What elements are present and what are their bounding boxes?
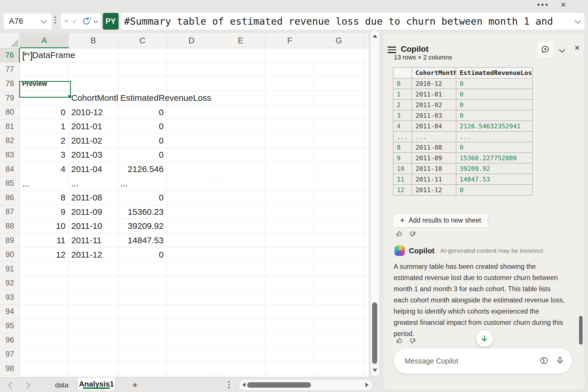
cell-G89[interactable] <box>314 233 363 248</box>
chevron-down-icon[interactable] <box>94 18 98 23</box>
vertical-scrollbar[interactable] <box>370 30 380 376</box>
cell-E76[interactable] <box>216 48 265 63</box>
row-header-95[interactable]: 95 <box>0 319 20 333</box>
column-header-A[interactable]: A <box>20 33 69 48</box>
cell-F86[interactable] <box>265 191 314 205</box>
copilot-message-input[interactable] <box>404 357 539 366</box>
cell-B82[interactable]: 2011-02 <box>69 134 118 148</box>
python-object-icon[interactable]: [] <box>81 16 91 26</box>
column-header-G[interactable]: G <box>314 33 363 48</box>
cell-D80[interactable] <box>167 105 216 119</box>
cell-F96[interactable] <box>265 333 314 347</box>
thumbs-up-icon[interactable] <box>396 230 403 238</box>
brain-icon[interactable] <box>539 356 548 366</box>
thumbs-down-icon[interactable] <box>409 337 416 345</box>
cell-C94[interactable] <box>118 305 167 319</box>
cell-G87[interactable] <box>314 205 363 219</box>
column-header-F[interactable]: F <box>265 33 314 48</box>
cell-G79[interactable] <box>314 91 363 105</box>
cell-G78[interactable] <box>314 77 363 91</box>
cell-A87[interactable]: 9 <box>20 205 69 219</box>
thumbs-down-icon[interactable] <box>409 230 416 238</box>
cell-A92[interactable] <box>20 276 69 291</box>
cell-A83[interactable]: 3 <box>20 148 69 162</box>
cell-A77[interactable] <box>20 63 69 77</box>
cell-G84[interactable] <box>314 162 363 177</box>
cell-B88[interactable]: 2011-10 <box>69 219 118 233</box>
formula-input[interactable]: #Summary table of estimated revenue loss… <box>121 13 585 30</box>
name-box[interactable]: A76 <box>4 13 52 29</box>
microphone-icon[interactable] <box>556 356 564 366</box>
cell-D98[interactable] <box>167 362 216 376</box>
cell-B94[interactable] <box>69 305 118 319</box>
cell-C83[interactable]: 0 <box>118 148 167 162</box>
cell-B92[interactable] <box>69 276 118 291</box>
row-header-93[interactable]: 93 <box>0 290 20 305</box>
add-results-button[interactable]: + Add results to new sheet <box>393 213 488 227</box>
cell-E85[interactable] <box>216 176 265 191</box>
cell-G97[interactable] <box>314 347 363 362</box>
cell-D95[interactable] <box>167 319 216 333</box>
collapse-panel-icon[interactable] <box>560 47 564 53</box>
cell-A76[interactable]: [PY]DataFrame <box>20 48 69 63</box>
cell-A89[interactable]: 11 <box>20 233 69 248</box>
cell-C82[interactable]: 0 <box>118 134 167 148</box>
cell-B79[interactable]: CohortMonth <box>69 91 118 105</box>
cell-C86[interactable]: 0 <box>118 191 167 205</box>
row-header-85[interactable]: 85 <box>0 176 20 191</box>
cell-G95[interactable] <box>314 319 363 333</box>
cell-E80[interactable] <box>216 105 265 119</box>
cell-E84[interactable] <box>216 162 265 177</box>
cell-G88[interactable] <box>314 219 363 233</box>
cell-A84[interactable]: 4 <box>20 162 69 177</box>
cell-A97[interactable] <box>20 347 69 362</box>
formula-expand-icon[interactable] <box>575 17 581 23</box>
column-header-E[interactable]: E <box>216 33 265 48</box>
cell-D76[interactable] <box>167 48 216 63</box>
cell-F80[interactable] <box>265 105 314 119</box>
cell-G86[interactable] <box>314 191 363 205</box>
cell-B80[interactable]: 2010-12 <box>69 105 118 119</box>
scroll-left-icon[interactable] <box>242 383 245 387</box>
cell-G80[interactable] <box>314 105 363 119</box>
cell-A80[interactable]: 0 <box>20 105 69 119</box>
cell-E83[interactable] <box>216 148 265 162</box>
cell-G93[interactable] <box>314 290 363 305</box>
cell-E89[interactable] <box>216 233 265 248</box>
cell-D97[interactable] <box>167 347 216 362</box>
cell-F94[interactable] <box>265 305 314 319</box>
cell-E97[interactable] <box>216 347 265 362</box>
row-header-79[interactable]: 79 <box>0 91 20 105</box>
cell-C98[interactable] <box>118 362 167 376</box>
cell-D96[interactable] <box>167 333 216 347</box>
cell-E91[interactable] <box>216 262 265 276</box>
cell-G83[interactable] <box>314 148 363 162</box>
more-options-icon[interactable] <box>537 4 548 6</box>
cell-F81[interactable] <box>265 119 314 134</box>
scroll-down-icon[interactable] <box>373 369 377 372</box>
cell-F77[interactable] <box>265 63 314 77</box>
cell-B86[interactable]: 2011-08 <box>69 191 118 205</box>
cell-A78[interactable]: Preview <box>20 77 69 91</box>
cell-F88[interactable] <box>265 219 314 233</box>
column-header-B[interactable]: B <box>69 33 118 48</box>
cell-D88[interactable] <box>167 219 216 233</box>
cell-G85[interactable] <box>314 176 363 191</box>
row-header-82[interactable]: 82 <box>0 134 20 148</box>
cell-C90[interactable]: 0 <box>118 248 167 262</box>
cell-E82[interactable] <box>216 134 265 148</box>
cell-D83[interactable] <box>167 148 216 162</box>
cell-C91[interactable] <box>118 262 167 276</box>
cell-F90[interactable] <box>265 248 314 262</box>
row-header-98[interactable]: 98 <box>0 362 20 376</box>
cell-C85[interactable]: ... <box>118 176 167 191</box>
cell-D78[interactable] <box>167 77 216 91</box>
close-panel-icon[interactable]: × <box>571 43 583 53</box>
cell-F98[interactable] <box>265 362 314 376</box>
cell-F78[interactable] <box>265 77 314 91</box>
cell-E98[interactable] <box>216 362 265 376</box>
cell-E87[interactable] <box>216 205 265 219</box>
cell-F79[interactable] <box>265 91 314 105</box>
cell-B89[interactable]: 2011-11 <box>69 233 118 248</box>
row-header-77[interactable]: 77 <box>0 63 20 77</box>
